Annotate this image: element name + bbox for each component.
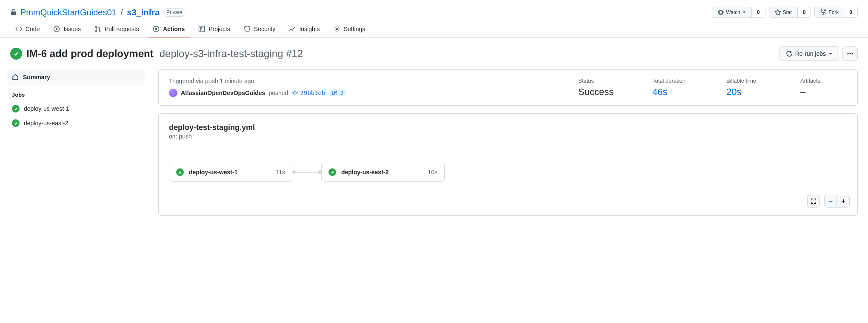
tab-settings[interactable]: Settings (328, 21, 371, 37)
summary-card: Triggered via push 1 minute ago Atlassia… (158, 69, 858, 106)
sidebar-job-east[interactable]: deploy-us-east-2 (7, 116, 145, 130)
kebab-icon (847, 50, 854, 57)
run-status-icon (10, 48, 22, 60)
shield-icon (244, 26, 251, 32)
star-icon (774, 9, 781, 16)
fork-count[interactable]: 0 (844, 7, 857, 17)
watch-count[interactable]: 0 (751, 7, 765, 17)
pushed-text: pushed (268, 89, 288, 96)
fullscreen-button[interactable] (807, 195, 820, 208)
total-duration-label: Total duration (652, 78, 699, 84)
star-count[interactable]: 0 (797, 7, 811, 17)
workflow-graph: deploy-test-staging.yml on: push deploy-… (158, 113, 858, 216)
pull-request-icon (94, 26, 101, 32)
svg-point-11 (848, 53, 849, 55)
tab-insights[interactable]: Insights (284, 21, 325, 37)
total-duration-value[interactable]: 46s (652, 87, 699, 98)
workflow-subtitle: deploy-s3-infra-test-staging #12 (160, 48, 303, 60)
gear-icon (334, 26, 340, 32)
graph-title: deploy-test-staging.yml (169, 123, 847, 132)
star-label: Star (783, 9, 792, 15)
svg-point-2 (823, 14, 824, 15)
svg-point-5 (95, 26, 97, 28)
svg-point-12 (850, 53, 851, 55)
workflow-title: IM-6 add prod deployment (26, 48, 154, 60)
svg-point-13 (852, 53, 853, 55)
graph-connector (292, 170, 321, 174)
billable-label: Billable time (726, 78, 773, 84)
graph-job-west[interactable]: deploy-us-west-1 11s (169, 163, 292, 182)
refresh-icon (786, 50, 793, 57)
check-icon (328, 168, 336, 176)
svg-point-10 (336, 28, 338, 30)
status-label: Status (578, 78, 625, 84)
lock-icon (10, 9, 17, 16)
watch-button[interactable]: Watch 0 (712, 7, 765, 18)
caret-down-icon (828, 52, 833, 56)
fork-label: Fork (828, 9, 839, 15)
more-button[interactable] (842, 46, 858, 61)
issue-icon (53, 26, 60, 32)
breadcrumb: PmmQuickStartGuides01 / s3_infra (20, 8, 160, 17)
plus-icon (840, 198, 846, 204)
svg-point-1 (825, 10, 826, 11)
actor-link[interactable]: AtlassianOpenDevOpsGuides (181, 89, 265, 96)
fork-button[interactable]: Fork 0 (814, 7, 858, 18)
check-icon (176, 168, 184, 176)
billable-value[interactable]: 20s (726, 87, 773, 98)
zoom-in-button[interactable] (837, 195, 850, 208)
graph-subtitle: on: push (169, 133, 847, 140)
play-icon (153, 26, 160, 32)
repo-name-link[interactable]: s3_infra (127, 8, 160, 17)
minus-icon (828, 198, 834, 204)
rerun-button[interactable]: Re-run jobs (779, 46, 839, 61)
graph-icon (289, 26, 296, 32)
tab-code[interactable]: Code (10, 21, 45, 37)
sidebar-jobs-heading: Jobs (7, 85, 145, 101)
svg-point-0 (821, 10, 822, 11)
avatar[interactable] (169, 89, 177, 97)
commit-icon (291, 89, 298, 96)
artifacts-value: – (800, 87, 847, 98)
eye-icon (717, 9, 724, 16)
star-button[interactable]: Star 0 (769, 7, 811, 18)
code-icon (15, 26, 22, 32)
sidebar-job-west[interactable]: deploy-us-west-1 (7, 101, 145, 116)
trigger-text: Triggered via push 1 minute ago (169, 78, 551, 84)
commit-link[interactable]: 29bb3eb (291, 89, 325, 96)
tab-projects[interactable]: Projects (193, 21, 235, 37)
watch-label: Watch (726, 9, 740, 15)
project-icon (198, 26, 205, 32)
sidebar-summary[interactable]: Summary (7, 69, 145, 85)
status-value: Success (578, 87, 625, 98)
fork-icon (820, 9, 827, 16)
tab-pulls[interactable]: Pull requests (89, 21, 144, 37)
svg-point-4 (56, 29, 57, 30)
fullscreen-icon (811, 198, 817, 204)
tab-issues[interactable]: Issues (48, 21, 86, 37)
caret-down-icon (742, 10, 746, 14)
check-icon (12, 105, 20, 112)
branch-badge[interactable]: IM-9 (328, 89, 346, 96)
home-icon (12, 74, 19, 81)
zoom-out-button[interactable] (824, 195, 837, 208)
tab-security[interactable]: Security (239, 21, 281, 37)
check-icon (12, 119, 20, 127)
tab-actions[interactable]: Actions (148, 21, 190, 37)
repo-owner-link[interactable]: PmmQuickStartGuides01 (20, 8, 117, 17)
svg-point-14 (294, 92, 296, 94)
visibility-badge: Private (163, 8, 186, 17)
svg-point-7 (99, 31, 100, 32)
svg-point-6 (95, 31, 97, 32)
artifacts-label: Artifacts (800, 78, 847, 84)
graph-job-east[interactable]: deploy-us-east-2 10s (321, 163, 445, 182)
